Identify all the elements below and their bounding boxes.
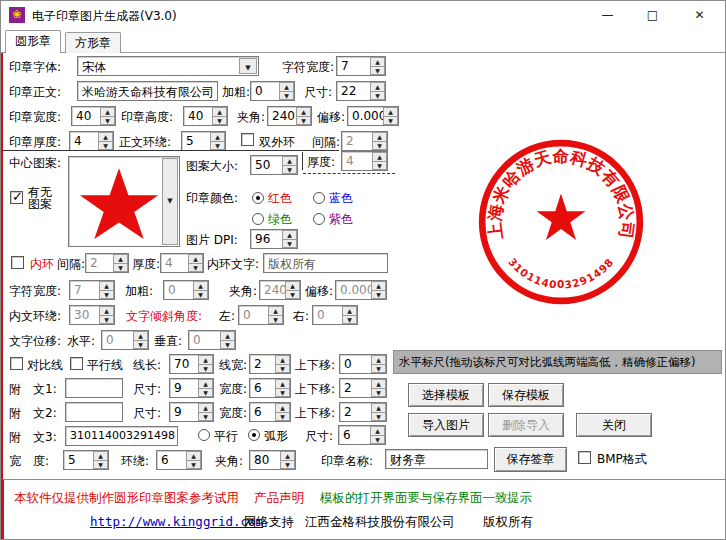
dpi-spinner[interactable]: 96 [250, 229, 298, 249]
size-spinner[interactable]: 22 [336, 81, 386, 101]
shift-horizontal-spinner[interactable]: 0 [101, 330, 149, 350]
footer-tip-link[interactable]: 提示 [507, 490, 532, 507]
attach-text1-size-spinner[interactable]: 9 [169, 378, 214, 398]
attach-text2-width-spinner[interactable]: 6 [249, 402, 291, 422]
pattern-size-spinner[interactable]: 50 [250, 155, 298, 175]
inner-ring-checkbox[interactable] [11, 256, 24, 269]
spinner-arrows-icon[interactable] [372, 132, 387, 150]
dropdown-arrow-icon[interactable] [239, 58, 257, 74]
delete-import-button[interactable]: 删除导入 [488, 413, 564, 437]
spinner-arrows-icon[interactable] [371, 355, 386, 373]
spinner-arrows-icon[interactable] [275, 355, 290, 373]
attach-text1-updown-spinner[interactable]: 2 [339, 378, 387, 398]
seal-height-spinner[interactable]: 40 [183, 106, 228, 126]
spinner-arrows-icon[interactable] [198, 355, 213, 373]
close-button[interactable]: ✕ [677, 1, 722, 29]
spinner-arrows-icon[interactable] [282, 230, 297, 248]
seal-width-spinner[interactable]: 40 [71, 106, 116, 126]
choose-template-button[interactable]: 选择模板 [408, 383, 484, 407]
footer-statement-link[interactable]: 产品声明 [254, 490, 304, 507]
body-wrap-spinner[interactable]: 5 [181, 131, 226, 151]
tab-square-seal[interactable]: 方形章 [65, 32, 121, 53]
spinner-arrows-icon[interactable] [99, 306, 114, 324]
dropdown-arrow-icon[interactable] [162, 158, 178, 245]
bold-spinner[interactable]: 0 [250, 81, 295, 101]
spinner-arrows-icon[interactable] [371, 281, 386, 299]
wrap3-spinner[interactable]: 6 [156, 450, 202, 470]
bmp-format-checkbox[interactable] [578, 451, 591, 464]
tilt-left-spinner[interactable]: 0 [238, 305, 284, 325]
spinner-arrows-icon[interactable] [93, 451, 108, 469]
inner-char-width-spinner[interactable]: 7 [69, 280, 115, 300]
spinner-arrows-icon[interactable] [275, 379, 290, 397]
spinner-arrows-icon[interactable] [371, 379, 386, 397]
spinner-arrows-icon[interactable] [383, 107, 398, 125]
spinner-arrows-icon[interactable] [370, 426, 385, 444]
spinner-arrows-icon[interactable] [220, 331, 235, 349]
attach-text1-input[interactable] [65, 378, 123, 398]
inner-wrap-spinner[interactable]: 30 [69, 305, 115, 325]
ring-thickness-spinner[interactable]: 4 [341, 151, 388, 171]
spinner-arrows-icon[interactable] [282, 156, 297, 174]
spinner-arrows-icon[interactable] [113, 254, 128, 272]
spinner-arrows-icon[interactable] [212, 107, 227, 125]
color-red-radio[interactable] [252, 192, 264, 204]
inner-thickness-spinner[interactable]: 4 [160, 253, 204, 273]
tab-circle-seal[interactable]: 圆形章 [5, 30, 61, 53]
tilt-right-spinner[interactable]: 0 [312, 305, 358, 325]
char-width-spinner[interactable]: 7 [336, 56, 386, 76]
spinner-arrows-icon[interactable] [371, 403, 386, 421]
spinner-arrows-icon[interactable] [342, 306, 357, 324]
spinner-arrows-icon[interactable] [133, 331, 148, 349]
spinner-arrows-icon[interactable] [186, 451, 201, 469]
contrast-line-checkbox[interactable] [10, 357, 23, 370]
width3-spinner[interactable]: 5 [63, 450, 109, 470]
spinner-arrows-icon[interactable] [279, 82, 294, 100]
import-image-button[interactable]: 导入图片 [408, 413, 484, 437]
footer-url-link[interactable]: http://www.kinggrid.com [90, 514, 263, 529]
seal-name-input[interactable]: 财务章 [385, 449, 488, 469]
attach-text2-size-spinner[interactable]: 9 [169, 402, 214, 422]
center-pattern-dropdown[interactable] [68, 156, 180, 247]
attach-text2-input[interactable] [65, 402, 123, 422]
double-ring-checkbox[interactable] [241, 133, 254, 146]
spinner-arrows-icon[interactable] [296, 107, 311, 125]
attach-text2-updown-spinner[interactable]: 2 [339, 402, 387, 422]
angle3-spinner[interactable]: 80 [249, 450, 296, 470]
line-updown-spinner[interactable]: 0 [339, 354, 387, 374]
arc-radio[interactable] [248, 429, 260, 441]
save-template-button[interactable]: 保存模板 [488, 383, 564, 407]
spinner-arrows-icon[interactable] [188, 254, 203, 272]
maximize-button[interactable]: □ [630, 1, 675, 29]
line-length-spinner[interactable]: 70 [169, 354, 214, 374]
spinner-arrows-icon[interactable] [372, 152, 387, 170]
parallel-radio[interactable] [198, 429, 210, 441]
color-purple-radio[interactable] [313, 213, 325, 225]
inner-gap-spinner[interactable]: 2 [85, 253, 129, 273]
minimize-button[interactable]: — [585, 1, 630, 29]
attach-text1-width-spinner[interactable]: 6 [249, 378, 291, 398]
spinner-arrows-icon[interactable] [193, 281, 208, 299]
spinner-arrows-icon[interactable] [99, 281, 114, 299]
inner-offset-spinner[interactable]: 0.000 [335, 280, 387, 300]
spinner-arrows-icon[interactable] [198, 403, 213, 421]
close-app-button[interactable]: 关闭 [576, 413, 652, 437]
angle-spinner[interactable]: 240 [267, 106, 312, 126]
spinner-arrows-icon[interactable] [210, 132, 225, 150]
parallel-line-checkbox[interactable] [70, 357, 83, 370]
spinner-arrows-icon[interactable] [198, 379, 213, 397]
spinner-arrows-icon[interactable] [285, 281, 300, 299]
spinner-arrows-icon[interactable] [370, 82, 385, 100]
spinner-arrows-icon[interactable] [280, 451, 295, 469]
inner-text-input[interactable]: 版权所有 [263, 253, 388, 273]
color-green-radio[interactable] [252, 213, 264, 225]
spinner-arrows-icon[interactable] [100, 107, 115, 125]
shift-vertical-spinner[interactable]: 0 [188, 330, 236, 350]
spinner-arrows-icon[interactable] [370, 57, 385, 75]
spinner-arrows-icon[interactable] [275, 403, 290, 421]
seal-font-select[interactable]: 宋体 [77, 56, 259, 76]
save-seal-button[interactable]: 保存签章 [494, 447, 567, 472]
seal-thickness-spinner[interactable]: 4 [69, 131, 114, 151]
horizontal-ruler[interactable]: 水平标尺(拖动该标尺可对比弧线两端高低，精确修正偏移) [393, 350, 722, 374]
spinner-arrows-icon[interactable] [98, 132, 113, 150]
